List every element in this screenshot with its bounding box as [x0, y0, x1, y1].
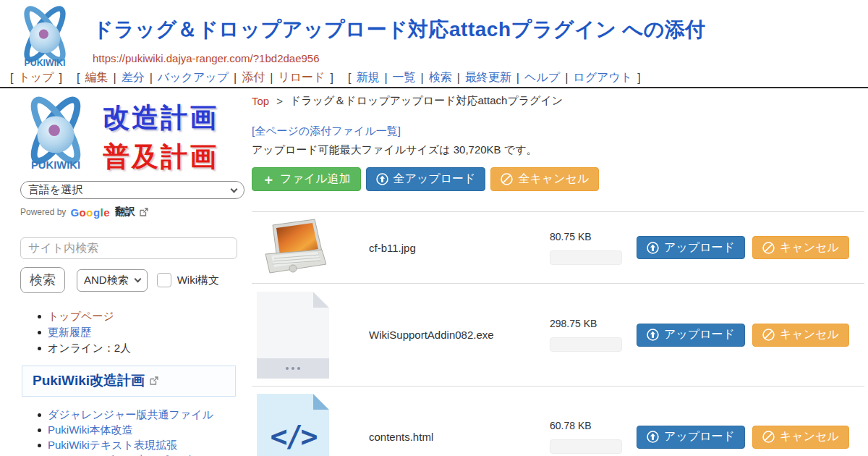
cancel-circle-icon: [762, 431, 775, 443]
navbar: [ トップ ] [ 編集 | 差分 | バックアップ | 添付 | リロード ]…: [10, 70, 868, 85]
list-item: PukiWiki本体改造: [35, 422, 252, 437]
nav-link-reload[interactable]: リロード: [278, 70, 325, 85]
upload-button[interactable]: アップロード: [637, 236, 745, 259]
nav-link-help[interactable]: ヘルプ: [524, 70, 560, 85]
file-footer-dots: [257, 358, 329, 379]
chevron-down-icon: [231, 185, 238, 193]
bracket: [: [77, 72, 80, 85]
page-title: ドラッグ＆ドロップアップロード対応attachプラグイン への添付: [93, 16, 706, 43]
cancel-all-button[interactable]: 全キャンセル: [490, 167, 599, 191]
bracket: ]: [330, 72, 333, 85]
cancel-circle-icon: [501, 173, 513, 185]
list-item: トップページ: [35, 308, 252, 324]
bracket: ]: [637, 72, 640, 85]
upload-button[interactable]: アップロード: [637, 426, 745, 449]
sidebar-menu-links: ダジャレンジャー版共通ファイル PukiWiki本体改造 PukiWikiテキス…: [35, 407, 252, 456]
search-mode-select[interactable]: AND検索: [77, 269, 148, 292]
sidebar-link-text-ext[interactable]: PukiWikiテキスト表現拡張: [48, 439, 177, 451]
translate-label[interactable]: 翻訳: [115, 206, 135, 219]
file-size: 80.75 KB: [550, 231, 625, 242]
cancel-button[interactable]: キャンセル: [752, 324, 849, 347]
external-link-icon: [140, 208, 148, 216]
nav-link-list[interactable]: 一覧: [393, 70, 416, 85]
nav-link-recent[interactable]: 最終更新: [465, 70, 511, 85]
search-mode-value: AND検索: [84, 274, 129, 287]
logo-wordmark: PUKIWIKI: [31, 159, 80, 171]
list-item: ソートテーブル（表）プラグイン: [35, 452, 252, 456]
pukiwiki-logo-icon: PUKIWIKI: [13, 94, 98, 175]
online-count: オンライン：2人: [35, 340, 252, 356]
upload-queue: cf-b11.jpg 80.75 KB アップロード: [252, 211, 864, 456]
list-item: PukiWikiテキスト表現拡張: [35, 437, 252, 452]
google-translate-attribution: Powered by Google 翻訳: [20, 206, 244, 219]
wiki-syntax-label: Wiki構文: [177, 274, 219, 287]
bracket: ]: [59, 72, 62, 85]
language-select-value: 言語を選択: [28, 183, 82, 197]
logo-slogan-line2: 普及計画: [103, 139, 218, 175]
bracket: [: [348, 72, 351, 85]
upload-button[interactable]: アップロード: [637, 324, 745, 347]
file-name: cf-b11.jpg: [369, 242, 550, 254]
plus-icon: ＋: [262, 173, 275, 186]
chevron-down-icon: [134, 276, 141, 283]
file-name: contents.html: [369, 431, 550, 443]
search-controls: 検索 AND検索 Wiki構文: [20, 267, 244, 293]
list-item: 更新履歴: [35, 324, 252, 340]
header-text: ドラッグ＆ドロップアップロード対応attachプラグイン への添付 https:…: [93, 4, 706, 71]
nav-link-diff[interactable]: 差分: [122, 70, 145, 85]
sidebar-quick-links: トップページ 更新履歴 オンライン：2人: [35, 308, 252, 356]
google-logo: Google: [70, 206, 110, 219]
sidebar-link-toppage[interactable]: トップページ: [48, 310, 114, 322]
upload-all-button[interactable]: 全アップロード: [366, 167, 486, 191]
pukiwiki-logo-icon: PUKIWIKI: [9, 4, 81, 71]
cancel-circle-icon: [762, 329, 775, 341]
site-search-input[interactable]: [20, 237, 237, 259]
file-name: WikiSupportAddin082.exe: [369, 329, 550, 341]
code-glyph: </>: [257, 420, 329, 453]
upload-circle-icon: [376, 173, 388, 185]
file-row: cf-b11.jpg 80.75 KB アップロード: [252, 212, 864, 284]
search-button[interactable]: 検索: [20, 267, 65, 293]
sidebar-link-core-mod[interactable]: PukiWiki本体改造: [48, 423, 133, 436]
file-row: </> contents.html 60.78 KB アップロード: [252, 387, 864, 456]
file-size: 298.75 KB: [550, 318, 625, 329]
nav-link-logout[interactable]: ログアウト: [573, 70, 632, 85]
laptop-thumbnail: [260, 218, 326, 277]
nav-link-search[interactable]: 検索: [429, 70, 452, 85]
page-url-link[interactable]: https://pukiwiki.dajya-ranger.com/?1bd2d…: [93, 52, 320, 64]
breadcrumb-separator: >: [276, 95, 283, 107]
logo-wordmark: PUKIWIKI: [25, 58, 66, 68]
all-attachments-link[interactable]: [全ページの添付ファイル一覧]: [252, 124, 401, 138]
cancel-button[interactable]: キャンセル: [752, 426, 849, 449]
html-file-icon: </>: [257, 394, 329, 456]
bracket: [: [10, 72, 13, 85]
cancel-button[interactable]: キャンセル: [752, 236, 849, 259]
upload-progress-bar: [550, 250, 622, 265]
sidebar-link-common-files[interactable]: ダジャレンジャー版共通ファイル: [48, 408, 213, 421]
logo-slogan-line1: 改造計画: [103, 100, 218, 136]
upload-circle-icon: [647, 329, 659, 341]
nav-link-attach[interactable]: 添付: [242, 70, 265, 85]
main-content: Top > ドラッグ＆ドロップアップロード対応attachプラグイン [全ページ…: [252, 94, 864, 456]
file-row: WikiSupportAddin082.exe 298.75 KB アップロード: [252, 284, 864, 387]
upload-circle-icon: [647, 431, 659, 443]
pukiwiki-attach-page: PUKIWIKI ドラッグ＆ドロップアップロード対応attachプラグイン への…: [0, 0, 868, 456]
cancel-circle-icon: [762, 242, 775, 254]
max-upload-size-note: アップロード可能最大ファイルサイズは 30,720KB です。: [252, 143, 864, 157]
language-select[interactable]: 言語を選択: [20, 181, 244, 199]
sidebar-link-recent-changes[interactable]: 更新履歴: [48, 326, 91, 338]
external-link-icon: [150, 376, 158, 385]
file-size: 60.78 KB: [550, 420, 625, 431]
breadcrumb-current: ドラッグ＆ドロップアップロード対応attachプラグイン: [290, 94, 563, 108]
generic-file-icon: [257, 292, 329, 379]
sidebar-section-title-link[interactable]: PukiWiki改造計画: [33, 371, 145, 390]
breadcrumb-root-link[interactable]: Top: [252, 95, 269, 107]
nav-link-top[interactable]: トップ: [18, 70, 54, 85]
sidebar-logo: PUKIWIKI 改造計画 普及計画: [13, 94, 252, 175]
sidebar-section-header: PukiWiki改造計画: [22, 366, 236, 397]
nav-link-new[interactable]: 新規: [356, 70, 379, 85]
wiki-syntax-checkbox[interactable]: [157, 273, 171, 287]
nav-link-backup[interactable]: バックアップ: [158, 70, 229, 85]
add-file-button[interactable]: ＋ ファイル追加: [252, 167, 361, 191]
nav-link-edit[interactable]: 編集: [85, 70, 108, 85]
